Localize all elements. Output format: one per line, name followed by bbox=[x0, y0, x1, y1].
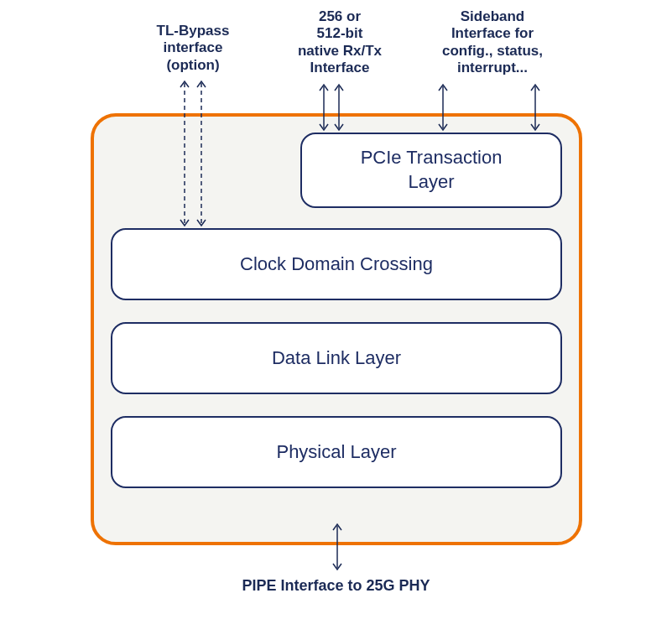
arrow-rxtx-2 bbox=[334, 82, 344, 133]
arrow-rxtx-1 bbox=[319, 82, 329, 133]
box-transaction-layer: PCIe Transaction Layer bbox=[300, 133, 562, 208]
arrow-tl-bypass-1 bbox=[180, 79, 190, 228]
arrow-pipe bbox=[332, 522, 342, 572]
arrow-sideband-1 bbox=[438, 82, 448, 133]
label-tl-bypass: TL-Bypass interface (option) bbox=[126, 23, 260, 74]
box-clock-domain-crossing: Clock Domain Crossing bbox=[111, 228, 562, 300]
box-physical-layer: Physical Layer bbox=[111, 416, 562, 488]
label-sideband: Sideband Interface for config., status, … bbox=[413, 8, 572, 77]
arrow-sideband-2 bbox=[530, 82, 540, 133]
label-native-rxtx: 256 or 512-bit native Rx/Tx Interface bbox=[268, 8, 411, 77]
label-pipe: PIPE Interface to 25G PHY bbox=[0, 577, 672, 595]
arrow-tl-bypass-2 bbox=[196, 79, 206, 228]
diagram-canvas: TL-Bypass interface (option) 256 or 512-… bbox=[0, 0, 672, 640]
box-data-link-layer: Data Link Layer bbox=[111, 322, 562, 394]
